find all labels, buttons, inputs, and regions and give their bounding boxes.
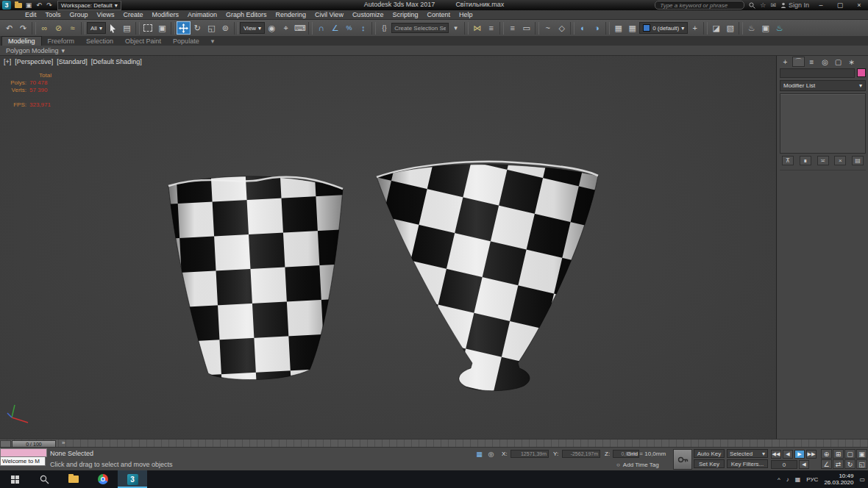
tab-selection[interactable]: Selection (80, 37, 119, 46)
display-tab-icon[interactable]: ▢ (832, 57, 844, 67)
file-explorer-icon[interactable] (59, 470, 88, 488)
maxscript-mini-listener[interactable]: Welcome to M (0, 456, 46, 466)
unlink-selection-icon[interactable]: ⊘ (51, 21, 65, 35)
perspective-viewport[interactable]: [+] [Perspective] [Standard] [Default Sh… (0, 56, 777, 439)
render-setup-icon[interactable]: ♨ (744, 21, 758, 35)
make-unique-icon[interactable]: ≍ (817, 156, 829, 165)
rectangular-selection-region-icon[interactable] (141, 21, 155, 35)
next-frame-button[interactable]: ◀ (799, 460, 809, 469)
go-to-end-button[interactable]: ▶▶ (806, 450, 817, 459)
workspace-dropdown[interactable]: Workspace: Default ▾ (57, 1, 121, 10)
modify-tab-icon[interactable]: ⌒ (792, 57, 805, 67)
menu-views[interactable]: Views (93, 11, 119, 18)
taskbar-clock[interactable]: 10:49 26.03.2020 (824, 473, 853, 486)
minimize-button[interactable]: – (814, 1, 828, 10)
bind-to-space-warp-icon[interactable]: ≈ (65, 21, 79, 35)
action-center-icon[interactable]: ▭ (859, 476, 865, 483)
angle-snap-icon[interactable]: ∠ (328, 21, 342, 35)
ribbon-overflow-icon[interactable]: ▾ (205, 37, 221, 46)
select-and-scale-icon[interactable]: ◱ (204, 21, 218, 35)
menu-civil-view[interactable]: Civil View (310, 11, 348, 18)
snaps-toggle-icon[interactable]: ∩ (314, 21, 328, 35)
spinner-snap-icon[interactable]: ↕ (356, 21, 370, 35)
isolate-selection-icon[interactable]: ◪ (709, 21, 723, 35)
create-new-layer-icon[interactable]: + (688, 21, 702, 35)
menu-edit[interactable]: Edit (21, 11, 41, 18)
open-file-icon[interactable] (13, 1, 24, 10)
sign-in-button[interactable]: Sign In (780, 1, 809, 9)
set-key-button[interactable]: Set Key (694, 459, 725, 468)
lampshade-right[interactable] (377, 162, 598, 391)
undo-icon[interactable]: ↶ (2, 21, 16, 35)
layer-explorer-toggle-icon[interactable]: ▦ (625, 21, 639, 35)
viewport-menu-plus[interactable]: [+] (4, 58, 11, 65)
select-and-move-icon[interactable] (177, 21, 191, 35)
object-color-swatch[interactable] (857, 68, 866, 77)
menu-graph-editors[interactable]: Graph Editors (221, 11, 271, 18)
scene-render[interactable] (0, 56, 777, 439)
pan-icon[interactable]: ⇄ (833, 459, 844, 469)
schematic-view-icon[interactable]: ◇ (555, 21, 569, 35)
select-object-icon[interactable] (106, 21, 120, 35)
play-button[interactable]: ▶ (794, 450, 805, 459)
language-indicator[interactable]: РУС (806, 476, 818, 483)
field-of-view-icon[interactable]: ∠ (821, 459, 832, 469)
menu-content[interactable]: Content (422, 11, 455, 18)
modifier-stack-list[interactable] (780, 93, 866, 154)
time-slider[interactable]: 0 / 100 » (0, 439, 868, 447)
menu-animation[interactable]: Animation (183, 11, 221, 18)
redo-icon[interactable]: ↷ (44, 1, 54, 10)
polygon-modeling-panel-title[interactable]: Polygon Modeling (6, 47, 59, 54)
tab-modeling[interactable]: Modeling (1, 36, 42, 46)
hidden-icons-chevron[interactable]: ^ (778, 476, 780, 483)
select-and-link-icon[interactable]: ∞ (38, 21, 51, 35)
remove-modifier-icon[interactable]: × (834, 156, 846, 165)
use-pivot-point-icon[interactable]: ◉ (265, 21, 279, 35)
close-button[interactable]: × (852, 1, 867, 10)
select-and-manipulate-icon[interactable]: ⌖ (279, 21, 293, 35)
menu-create[interactable]: Create (118, 11, 147, 18)
utilities-tab-icon[interactable]: ∗ (845, 57, 858, 67)
keyboard-shortcut-override-icon[interactable]: ⌨ (293, 21, 307, 35)
motion-tab-icon[interactable]: ◎ (819, 57, 831, 67)
next-frame-arrow-icon[interactable]: » (62, 439, 65, 446)
menu-rendering[interactable]: Rendering (271, 11, 311, 18)
go-to-start-button[interactable]: ◀◀ (771, 450, 781, 459)
pin-stack-icon[interactable]: ⊼ (782, 156, 794, 165)
named-selection-set-field[interactable] (391, 23, 449, 33)
layer-explorer-icon[interactable]: ≡ (505, 21, 519, 35)
curve-editor-icon[interactable]: ~ (541, 21, 555, 35)
start-button[interactable] (0, 470, 29, 488)
menu-group[interactable]: Group (65, 11, 93, 18)
layer-dropdown[interactable]: 0 (default) ▾ (639, 22, 688, 34)
align-icon[interactable]: ≡ (484, 21, 498, 35)
chevron-down-icon[interactable]: ▾ (449, 21, 463, 35)
slate-material-editor-icon[interactable]: ◑ (590, 21, 604, 35)
key-filters-button[interactable]: Key Filters... (727, 459, 768, 468)
zoom-all-icon[interactable]: ⊞ (833, 449, 844, 459)
zoom-extents-all-icon[interactable]: ▣ (856, 449, 867, 459)
menu-scripting[interactable]: Scripting (388, 11, 422, 18)
reference-coordinate-dropdown[interactable]: View ▾ (240, 22, 265, 34)
scene-explorer-icon[interactable]: ▦ (611, 21, 625, 35)
volume-icon[interactable]: ♪ (786, 476, 789, 483)
tab-freeform[interactable]: Freeform (42, 37, 81, 46)
redo-icon[interactable]: ↷ (16, 21, 30, 35)
menu-help[interactable]: Help (455, 11, 477, 18)
object-name-field[interactable] (780, 68, 855, 78)
ribbon-toggle-icon[interactable]: ▭ (519, 21, 533, 35)
create-tab-icon[interactable]: + (779, 57, 791, 67)
menu-customize[interactable]: Customize (348, 11, 388, 18)
selection-lock-icon[interactable]: ▦ (474, 450, 484, 459)
selection-filter-dropdown[interactable]: All ▾ (87, 22, 106, 34)
tab-object-paint[interactable]: Object Paint (119, 37, 167, 46)
add-time-tag[interactable]: ○ Add Time Tag (616, 462, 659, 468)
named-selection-sets-icon[interactable]: {} (377, 21, 391, 35)
menu-tools[interactable]: Tools (41, 11, 65, 18)
modifier-list-dropdown[interactable]: Modifier List ▾ (780, 80, 866, 91)
y-coordinate-field[interactable]: -2562,197m (562, 450, 600, 458)
current-frame-field[interactable]: 0 (771, 460, 797, 469)
rendered-frame-window-icon[interactable]: ▣ (758, 21, 772, 35)
lampshade-left[interactable] (168, 176, 343, 380)
zoom-extents-icon[interactable]: ▢ (844, 449, 855, 459)
